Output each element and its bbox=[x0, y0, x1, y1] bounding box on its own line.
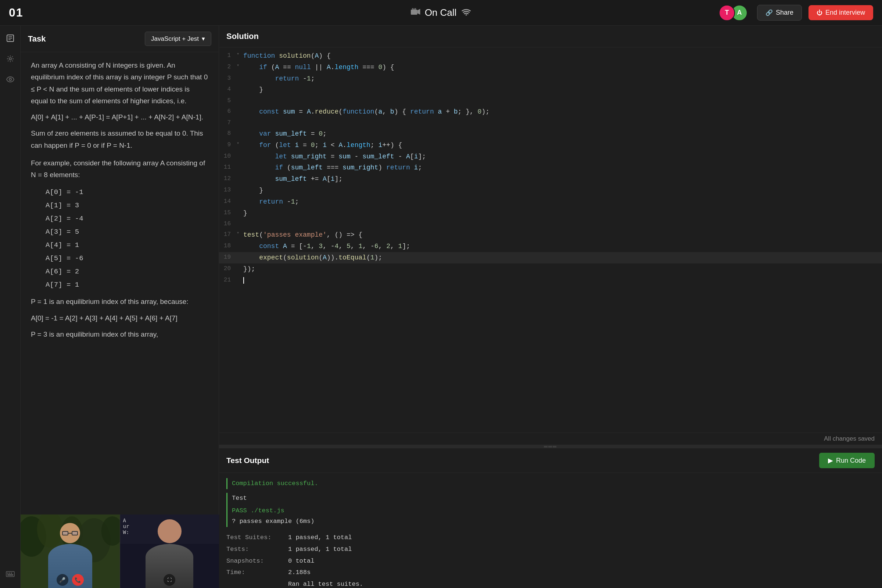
code-line-3: 3 return -1; bbox=[219, 73, 882, 84]
end-interview-button[interactable]: ⏻ End interview bbox=[808, 5, 873, 20]
code-line-15: 15 } bbox=[219, 208, 882, 219]
code-line-14: 14 return -1; bbox=[219, 196, 882, 208]
code-line-8: 8 var sum_left = 0; bbox=[219, 128, 882, 140]
video-container: 🎤 📞 ⛶ bbox=[21, 514, 219, 588]
mic-btn-left[interactable]: 🎤 bbox=[57, 574, 68, 586]
task-conclusion-2: A[0] = -1 = A[2] + A[3] + A[4] + A[5] + … bbox=[31, 312, 208, 324]
video-panel-right: ⛶ A ur W: bbox=[120, 514, 219, 588]
ran-key bbox=[226, 579, 285, 588]
test-section: Test PASS ./test.js ? passes example (6m… bbox=[226, 493, 874, 527]
test-results-block: Test PASS ./test.js ? passes example (6m… bbox=[226, 493, 874, 527]
array-value-1: A[1] = 3 bbox=[46, 199, 208, 212]
svg-point-11 bbox=[9, 78, 11, 81]
avatar-t: T bbox=[719, 5, 735, 21]
tests-key: Tests: bbox=[226, 544, 285, 555]
task-content: An array A consisting of N integers is g… bbox=[21, 52, 219, 588]
code-line-12: 12 sum_left += A[i]; bbox=[219, 174, 882, 185]
snapshots-key: Snapshots: bbox=[226, 556, 285, 567]
chevron-down-icon: ▾ bbox=[202, 35, 205, 43]
test-output-header: Test Output ▶ Run Code bbox=[219, 448, 882, 473]
task-example-intro: For example, consider the following arra… bbox=[31, 157, 208, 181]
svg-rect-15 bbox=[11, 573, 12, 574]
code-area: Solution 1 ▾ function solution(A) { 2 ▾ … bbox=[219, 26, 882, 588]
suites-key: Test Suites: bbox=[226, 532, 285, 543]
video-text-overlay: A ur W: bbox=[123, 518, 129, 535]
run-code-button[interactable]: ▶ Run Code bbox=[819, 453, 874, 468]
array-value-6: A[6] = 2 bbox=[46, 265, 208, 278]
on-call-label: On Call bbox=[425, 7, 457, 18]
video-controls-right: ⛶ bbox=[120, 574, 219, 586]
code-line-4: 4 } bbox=[219, 84, 882, 96]
svg-rect-16 bbox=[8, 574, 13, 576]
video-panel-left: 🎤 📞 bbox=[21, 514, 120, 588]
array-values: A[0] = -1 A[1] = 3 A[2] = -4 A[3] = 5 A[… bbox=[46, 186, 208, 292]
suites-val: 1 passed, 1 total bbox=[288, 532, 874, 543]
share-button[interactable]: 🔗 Share bbox=[757, 5, 802, 21]
code-line-16: 16 bbox=[219, 219, 882, 230]
avatar-group: T A bbox=[719, 5, 747, 21]
code-line-9: 9 ▾ for (let i = 0; i < A.length; i++) { bbox=[219, 140, 882, 151]
code-line-11: 11 if (sum_left === sum_right) return i; bbox=[219, 162, 882, 174]
sidebar-keyboard-icon[interactable] bbox=[4, 567, 17, 580]
code-line-18: 18 const A = [-1, 3, -4, 5, 1, -6, 2, 1]… bbox=[219, 241, 882, 252]
code-editor[interactable]: 1 ▾ function solution(A) { 2 ▾ if (A == … bbox=[219, 47, 882, 432]
task-title: Task bbox=[28, 34, 46, 44]
svg-rect-14 bbox=[9, 573, 10, 574]
array-value-3: A[3] = 5 bbox=[46, 225, 208, 238]
task-conclusion-3: P = 3 is an equilibrium index of this ar… bbox=[31, 328, 208, 340]
sidebar-edit-icon[interactable] bbox=[4, 32, 17, 45]
task-header: Task JavaScript + Jest ▾ bbox=[21, 26, 219, 52]
array-value-5: A[5] = -6 bbox=[46, 252, 208, 265]
topbar: 01 On Call T A 🔗 bbox=[0, 0, 882, 26]
camera-icon bbox=[411, 8, 420, 18]
task-conclusion-1: P = 1 is an equilibrium index of this ar… bbox=[31, 296, 208, 308]
svg-line-4 bbox=[415, 8, 416, 9]
expand-btn[interactable]: ⛶ bbox=[164, 574, 175, 586]
task-panel: Task JavaScript + Jest ▾ An array A cons… bbox=[21, 26, 219, 588]
wifi-icon bbox=[461, 8, 471, 17]
code-line-1: 1 ▾ function solution(A) { bbox=[219, 50, 882, 62]
test-output-panel: Test Output ▶ Run Code Compilation succe… bbox=[219, 448, 882, 588]
output-content: Compilation successful. Test PASS ./test… bbox=[219, 473, 882, 588]
ran-val: Ran all test suites. bbox=[288, 579, 874, 588]
sidebar-eye-icon[interactable] bbox=[4, 73, 17, 86]
snapshots-val: 0 total bbox=[288, 556, 874, 567]
splitter[interactable]: ═══ bbox=[219, 445, 882, 448]
svg-rect-0 bbox=[411, 9, 417, 15]
end-call-btn[interactable]: 📞 bbox=[72, 574, 84, 586]
passes-line: ? passes example (6ms) bbox=[232, 516, 874, 527]
sidebar bbox=[0, 26, 21, 588]
compilation-status: Compilation successful. bbox=[226, 478, 874, 489]
code-line-21: 21 bbox=[219, 275, 882, 286]
task-formula: A[0] + A[1] + ... + A[P-1] = A[P+1] + ..… bbox=[31, 111, 208, 123]
share-icon: 🔗 bbox=[765, 9, 773, 16]
array-value-2: A[2] = -4 bbox=[46, 212, 208, 225]
svg-rect-13 bbox=[8, 573, 9, 574]
main-layout: Task JavaScript + Jest ▾ An array A cons… bbox=[0, 26, 882, 588]
time-val: 2.188s bbox=[288, 567, 874, 578]
svg-rect-12 bbox=[6, 572, 14, 577]
play-icon: ▶ bbox=[828, 456, 833, 465]
code-line-2: 2 ▾ if (A == null || A.length === 0) { bbox=[219, 62, 882, 73]
array-value-0: A[0] = -1 bbox=[46, 186, 208, 199]
topbar-left: 01 bbox=[9, 6, 24, 20]
code-line-19: 19 expect(solution(A)).toEqual(1); bbox=[219, 252, 882, 264]
pass-line: PASS ./test.js bbox=[232, 506, 874, 516]
code-line-7: 7 bbox=[219, 118, 882, 128]
test-label: Test bbox=[232, 493, 874, 504]
code-line-17: 17 ▾ test('passes example', () => { bbox=[219, 230, 882, 241]
array-value-7: A[7] = 1 bbox=[46, 278, 208, 291]
svg-point-10 bbox=[9, 58, 11, 60]
power-icon: ⏻ bbox=[817, 9, 822, 16]
code-line-10: 10 let sum_right = sum - sum_left - A[i]… bbox=[219, 151, 882, 162]
time-key: Time: bbox=[226, 567, 285, 578]
task-description-1: An array A consisting of N integers is g… bbox=[31, 60, 208, 107]
svg-point-5 bbox=[465, 14, 467, 15]
output-stats: Test Suites: 1 passed, 1 total Tests: 1 … bbox=[226, 532, 874, 588]
language-selector[interactable]: JavaScript + Jest ▾ bbox=[145, 32, 212, 46]
save-status: All changes saved bbox=[219, 432, 882, 445]
sidebar-settings-icon[interactable] bbox=[4, 52, 17, 65]
code-line-13: 13 } bbox=[219, 185, 882, 196]
video-controls-left: 🎤 📞 bbox=[21, 574, 120, 586]
array-value-4: A[4] = 1 bbox=[46, 238, 208, 252]
